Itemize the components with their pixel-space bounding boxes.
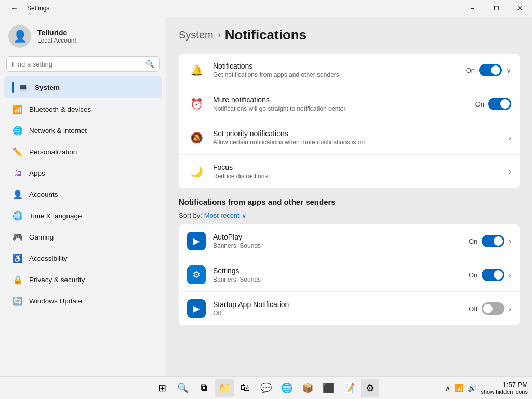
sidebar-item-bluetooth[interactable]: 📶 Bluetooth & devices [4,99,162,119]
search-icon: 🔍 [145,60,154,68]
sidebar-item-update[interactable]: 🔄 Windows Update [4,290,162,311]
app-title: Settings [27,5,49,12]
taskbar-terminal-icon[interactable]: ⬛ [319,379,338,397]
sidebar-item-apps[interactable]: 🗂 Apps [4,163,162,183]
user-subtitle: Local Account [37,37,76,44]
sort-bar: Sort by: Most recent ∨ [179,211,520,219]
focus-row[interactable]: 🌙 Focus Reduce distractions › [179,155,520,188]
accounts-icon: 👤 [12,189,23,200]
settings-app-text: Settings Banners, Sounds [213,267,461,283]
main-content: System › Notifications 🔔 Notifications G… [166,17,532,376]
focus-subtitle: Reduce distractions [213,172,501,180]
notifications-expand-icon[interactable]: ∨ [506,66,511,74]
sidebar-item-label-personalization: Personalization [29,148,77,156]
sidebar-item-system[interactable]: 💻 System [4,76,162,98]
startup-row[interactable]: ▶ Startup App Notification Off Off › [179,292,520,325]
sort-value: Most recent [204,211,240,219]
volume-tray-icon[interactable]: 🔊 [468,384,476,392]
search-box[interactable]: 🔍 [6,56,160,72]
taskbar-explorer-icon[interactable]: 📁 [215,379,234,397]
accessibility-icon: ♿ [12,253,23,263]
priority-title: Set priority notifications [213,129,501,138]
time-block[interactable]: 1:57 PM show hidden icons [481,381,528,395]
window-controls: – ⧠ ✕ [460,0,532,17]
settings-app-toggle[interactable] [482,269,504,281]
autoplay-toggle[interactable] [482,235,504,247]
notifications-text: Notifications Get notifications from app… [213,62,459,78]
sidebar-item-accessibility[interactable]: ♿ Accessibility [4,248,162,269]
apps-icon: 🗂 [12,168,23,178]
priority-controls: › [509,134,511,142]
settings-app-title: Settings [213,267,461,275]
mute-notifications-row[interactable]: ⏰ Mute notifications Notifications will … [179,87,520,121]
avatar: 👤 [8,25,31,48]
back-button[interactable]: ← [6,0,23,17]
focus-text: Focus Reduce distractions [213,163,501,180]
sidebar-item-accounts[interactable]: 👤 Accounts [4,184,162,205]
bell-icon: 🔔 [187,61,206,79]
mute-icon: ⏰ [187,95,206,113]
sort-dropdown[interactable]: Most recent ∨ [204,211,247,219]
task-view-icon[interactable]: ⧉ [194,379,213,397]
mute-status: On [475,100,484,108]
user-section[interactable]: 👤 Telluride Local Account [0,17,166,56]
sidebar-item-label-update: Windows Update [29,297,82,305]
taskbar-edge-icon[interactable]: 🌐 [277,379,296,397]
notifications-toggle[interactable] [479,64,502,76]
sidebar-item-label-system: System [35,84,60,91]
notifications-row[interactable]: 🔔 Notifications Get notifications from a… [179,54,520,87]
autoplay-row[interactable]: ▶ AutoPlay Banners, Sounds On › [179,224,520,258]
startup-icon: ▶ [187,299,206,318]
priority-subtitle: Allow certain notifications when mute no… [213,139,501,146]
close-button[interactable]: ✕ [508,0,532,17]
taskbar-store-icon[interactable]: 🛍 [236,379,255,397]
taskbar-notes-icon[interactable]: 📝 [340,379,358,397]
settings-app-row[interactable]: ⚙ Settings Banners, Sounds On › [179,258,520,292]
clock: 1:57 PM [481,381,528,389]
network-tray-icon[interactable]: 📶 [455,384,463,392]
mute-controls: On [475,98,511,110]
personalization-icon: ✏️ [12,147,23,157]
sidebar-item-label-apps: Apps [29,169,45,177]
maximize-button[interactable]: ⧠ [484,0,508,17]
autoplay-status: On [469,237,477,245]
show-hidden-tray-icon[interactable]: ∧ [445,384,450,392]
main-settings-card: 🔔 Notifications Get notifications from a… [179,54,520,188]
breadcrumb-separator: › [218,30,221,41]
startup-controls: Off › [469,302,511,315]
search-input[interactable] [12,60,141,68]
autoplay-title: AutoPlay [213,233,461,241]
bluetooth-icon: 📶 [12,104,23,114]
minimize-button[interactable]: – [460,0,484,17]
mute-text: Mute notifications Notifications will go… [213,96,468,112]
taskbar-media-icon[interactable]: 📦 [298,379,317,397]
notifications-title: Notifications [213,62,459,70]
autoplay-subtitle: Banners, Sounds [213,242,461,249]
sidebar-item-network[interactable]: 🌐 Network & internet [4,120,162,141]
sort-label: Sort by: [179,211,202,219]
autoplay-icon: ▶ [187,232,206,250]
taskbar-center: ⊞ 🔍 ⧉ 📁 🛍 💬 🌐 📦 ⬛ 📝 ⚙ [153,379,379,397]
notifications-status: On [466,66,475,74]
sidebar-item-gaming[interactable]: 🎮 Gaming [4,227,162,247]
sidebar-item-privacy[interactable]: 🔒 Privacy & security [4,269,162,290]
sidebar: 👤 Telluride Local Account 🔍 💻 System 📶 B… [0,17,166,376]
taskbar-discord-icon[interactable]: 💬 [257,379,275,397]
autoplay-text: AutoPlay Banners, Sounds [213,233,461,249]
mute-toggle[interactable] [488,98,511,110]
priority-text: Set priority notifications Allow certain… [213,129,501,146]
time-icon: 🌐 [12,210,23,221]
active-indicator [12,82,14,93]
breadcrumb-parent[interactable]: System [179,29,214,41]
sidebar-item-personalization[interactable]: ✏️ Personalization [4,141,162,162]
sidebar-item-time[interactable]: 🌐 Time & language [4,205,162,226]
show-hidden-label: show hidden icons [481,389,528,395]
start-button[interactable]: ⊞ [153,379,171,397]
avatar-icon: 👤 [13,30,27,43]
notifications-controls: On ∨ [466,64,511,76]
taskbar-settings-icon[interactable]: ⚙ [361,379,379,397]
update-icon: 🔄 [12,296,23,306]
taskbar-search-icon[interactable]: 🔍 [174,379,192,397]
startup-toggle[interactable] [482,302,504,315]
priority-row[interactable]: 🔕 Set priority notifications Allow certa… [179,121,520,155]
